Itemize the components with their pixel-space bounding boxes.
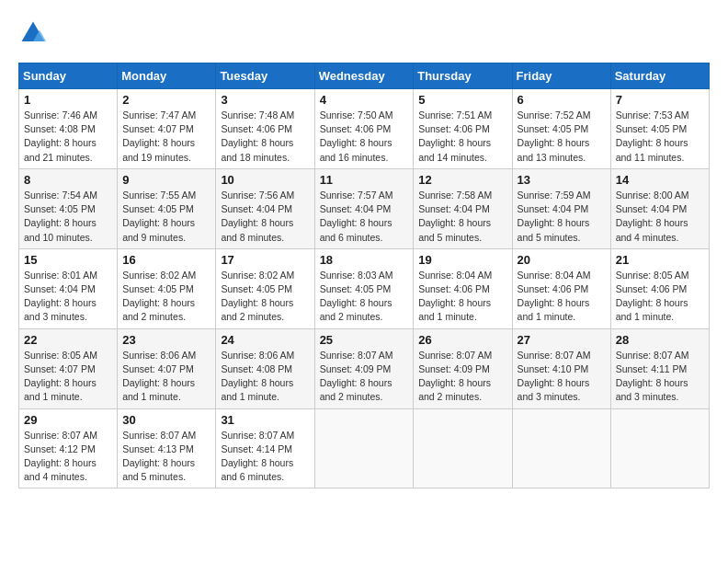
- day-info: Sunrise: 7:46 AMSunset: 4:08 PMDaylight:…: [24, 109, 112, 165]
- day-info: Sunrise: 8:01 AMSunset: 4:04 PMDaylight:…: [24, 269, 112, 325]
- calendar-day-header: Monday: [118, 63, 216, 89]
- day-info: Sunrise: 7:50 AMSunset: 4:06 PMDaylight:…: [320, 109, 409, 165]
- day-number: 28: [616, 333, 704, 347]
- day-number: 3: [221, 93, 309, 107]
- calendar-cell: 5Sunrise: 7:51 AMSunset: 4:06 PMDaylight…: [414, 89, 512, 169]
- day-info: Sunrise: 7:48 AMSunset: 4:06 PMDaylight:…: [221, 109, 309, 165]
- calendar-cell: 31Sunrise: 8:07 AMSunset: 4:14 PMDayligh…: [216, 408, 314, 488]
- day-info: Sunrise: 8:07 AMSunset: 4:13 PMDaylight:…: [122, 429, 210, 485]
- logo-icon: [18, 18, 48, 48]
- day-info: Sunrise: 7:54 AMSunset: 4:05 PMDaylight:…: [24, 189, 112, 245]
- calendar-day-header: Friday: [512, 63, 610, 89]
- day-info: Sunrise: 8:04 AMSunset: 4:06 PMDaylight:…: [418, 269, 506, 325]
- logo: [18, 18, 50, 48]
- day-number: 20: [518, 253, 606, 267]
- day-info: Sunrise: 7:57 AMSunset: 4:04 PMDaylight:…: [320, 189, 409, 245]
- day-number: 27: [518, 333, 606, 347]
- calendar-cell: 10Sunrise: 7:56 AMSunset: 4:04 PMDayligh…: [216, 168, 314, 248]
- calendar-cell: 24Sunrise: 8:06 AMSunset: 4:08 PMDayligh…: [216, 328, 314, 408]
- day-info: Sunrise: 7:58 AMSunset: 4:04 PMDaylight:…: [418, 189, 506, 245]
- day-number: 25: [320, 333, 409, 347]
- calendar-cell: 9Sunrise: 7:55 AMSunset: 4:05 PMDaylight…: [118, 168, 216, 248]
- calendar-cell: 18Sunrise: 8:03 AMSunset: 4:05 PMDayligh…: [314, 248, 414, 328]
- day-number: 29: [24, 413, 112, 427]
- day-number: 10: [221, 173, 309, 187]
- day-number: 14: [616, 173, 704, 187]
- day-info: Sunrise: 8:05 AMSunset: 4:07 PMDaylight:…: [24, 349, 112, 405]
- calendar-cell: 22Sunrise: 8:05 AMSunset: 4:07 PMDayligh…: [19, 328, 118, 408]
- day-number: 31: [221, 413, 309, 427]
- day-number: 11: [320, 173, 409, 187]
- day-number: 18: [320, 253, 409, 267]
- calendar-week-row: 22Sunrise: 8:05 AMSunset: 4:07 PMDayligh…: [19, 328, 710, 408]
- day-info: Sunrise: 8:02 AMSunset: 4:05 PMDaylight:…: [221, 269, 309, 325]
- day-number: 1: [24, 93, 112, 107]
- calendar-cell: 11Sunrise: 7:57 AMSunset: 4:04 PMDayligh…: [314, 168, 414, 248]
- day-info: Sunrise: 8:07 AMSunset: 4:09 PMDaylight:…: [418, 349, 506, 405]
- calendar-day-header: Wednesday: [314, 63, 414, 89]
- day-number: 19: [418, 253, 506, 267]
- day-info: Sunrise: 8:04 AMSunset: 4:06 PMDaylight:…: [518, 269, 606, 325]
- day-number: 30: [122, 413, 210, 427]
- calendar-cell: 7Sunrise: 7:53 AMSunset: 4:05 PMDaylight…: [610, 89, 709, 169]
- day-number: 7: [616, 93, 704, 107]
- day-number: 6: [518, 93, 606, 107]
- day-number: 16: [122, 253, 210, 267]
- calendar-cell: 6Sunrise: 7:52 AMSunset: 4:05 PMDaylight…: [512, 89, 610, 169]
- calendar-day-header: Thursday: [414, 63, 512, 89]
- day-number: 2: [122, 93, 210, 107]
- day-info: Sunrise: 8:06 AMSunset: 4:08 PMDaylight:…: [221, 349, 309, 405]
- calendar-cell: 29Sunrise: 8:07 AMSunset: 4:12 PMDayligh…: [19, 408, 118, 488]
- calendar-cell: 16Sunrise: 8:02 AMSunset: 4:05 PMDayligh…: [118, 248, 216, 328]
- calendar-day-header: Sunday: [19, 63, 118, 89]
- day-number: 26: [418, 333, 506, 347]
- calendar-cell: 12Sunrise: 7:58 AMSunset: 4:04 PMDayligh…: [414, 168, 512, 248]
- day-number: 22: [24, 333, 112, 347]
- day-number: 9: [122, 173, 210, 187]
- day-info: Sunrise: 7:53 AMSunset: 4:05 PMDaylight:…: [616, 109, 704, 165]
- calendar-cell: 30Sunrise: 8:07 AMSunset: 4:13 PMDayligh…: [118, 408, 216, 488]
- calendar-week-row: 1Sunrise: 7:46 AMSunset: 4:08 PMDaylight…: [19, 89, 710, 169]
- calendar-cell: 2Sunrise: 7:47 AMSunset: 4:07 PMDaylight…: [118, 89, 216, 169]
- day-info: Sunrise: 8:02 AMSunset: 4:05 PMDaylight:…: [122, 269, 210, 325]
- page-header: [18, 18, 710, 48]
- calendar-cell: 26Sunrise: 8:07 AMSunset: 4:09 PMDayligh…: [414, 328, 512, 408]
- calendar-cell: [610, 408, 709, 488]
- calendar-cell: 14Sunrise: 8:00 AMSunset: 4:04 PMDayligh…: [610, 168, 709, 248]
- calendar-week-row: 29Sunrise: 8:07 AMSunset: 4:12 PMDayligh…: [19, 408, 710, 488]
- calendar-day-header: Saturday: [610, 63, 709, 89]
- calendar-cell: 20Sunrise: 8:04 AMSunset: 4:06 PMDayligh…: [512, 248, 610, 328]
- day-info: Sunrise: 8:03 AMSunset: 4:05 PMDaylight:…: [320, 269, 409, 325]
- day-number: 24: [221, 333, 309, 347]
- day-info: Sunrise: 8:07 AMSunset: 4:11 PMDaylight:…: [616, 349, 704, 405]
- calendar-cell: 25Sunrise: 8:07 AMSunset: 4:09 PMDayligh…: [314, 328, 414, 408]
- day-info: Sunrise: 7:51 AMSunset: 4:06 PMDaylight:…: [418, 109, 506, 165]
- calendar-cell: 17Sunrise: 8:02 AMSunset: 4:05 PMDayligh…: [216, 248, 314, 328]
- day-number: 23: [122, 333, 210, 347]
- day-info: Sunrise: 8:07 AMSunset: 4:12 PMDaylight:…: [24, 429, 112, 485]
- calendar-cell: 28Sunrise: 8:07 AMSunset: 4:11 PMDayligh…: [610, 328, 709, 408]
- day-number: 12: [418, 173, 506, 187]
- calendar-cell: [512, 408, 610, 488]
- day-number: 15: [24, 253, 112, 267]
- day-info: Sunrise: 8:00 AMSunset: 4:04 PMDaylight:…: [616, 189, 704, 245]
- calendar-cell: 1Sunrise: 7:46 AMSunset: 4:08 PMDaylight…: [19, 89, 118, 169]
- day-info: Sunrise: 7:56 AMSunset: 4:04 PMDaylight:…: [221, 189, 309, 245]
- calendar-table: SundayMondayTuesdayWednesdayThursdayFrid…: [18, 63, 710, 488]
- day-number: 4: [320, 93, 409, 107]
- calendar-cell: 15Sunrise: 8:01 AMSunset: 4:04 PMDayligh…: [19, 248, 118, 328]
- calendar-cell: [314, 408, 414, 488]
- calendar-cell: 21Sunrise: 8:05 AMSunset: 4:06 PMDayligh…: [610, 248, 709, 328]
- calendar-cell: 27Sunrise: 8:07 AMSunset: 4:10 PMDayligh…: [512, 328, 610, 408]
- calendar-cell: 13Sunrise: 7:59 AMSunset: 4:04 PMDayligh…: [512, 168, 610, 248]
- calendar-cell: 23Sunrise: 8:06 AMSunset: 4:07 PMDayligh…: [118, 328, 216, 408]
- calendar-cell: 3Sunrise: 7:48 AMSunset: 4:06 PMDaylight…: [216, 89, 314, 169]
- day-info: Sunrise: 7:47 AMSunset: 4:07 PMDaylight:…: [122, 109, 210, 165]
- day-info: Sunrise: 8:05 AMSunset: 4:06 PMDaylight:…: [616, 269, 704, 325]
- calendar-week-row: 15Sunrise: 8:01 AMSunset: 4:04 PMDayligh…: [19, 248, 710, 328]
- calendar-cell: [414, 408, 512, 488]
- day-info: Sunrise: 8:07 AMSunset: 4:09 PMDaylight:…: [320, 349, 409, 405]
- day-number: 8: [24, 173, 112, 187]
- calendar-cell: 8Sunrise: 7:54 AMSunset: 4:05 PMDaylight…: [19, 168, 118, 248]
- calendar-cell: 4Sunrise: 7:50 AMSunset: 4:06 PMDaylight…: [314, 89, 414, 169]
